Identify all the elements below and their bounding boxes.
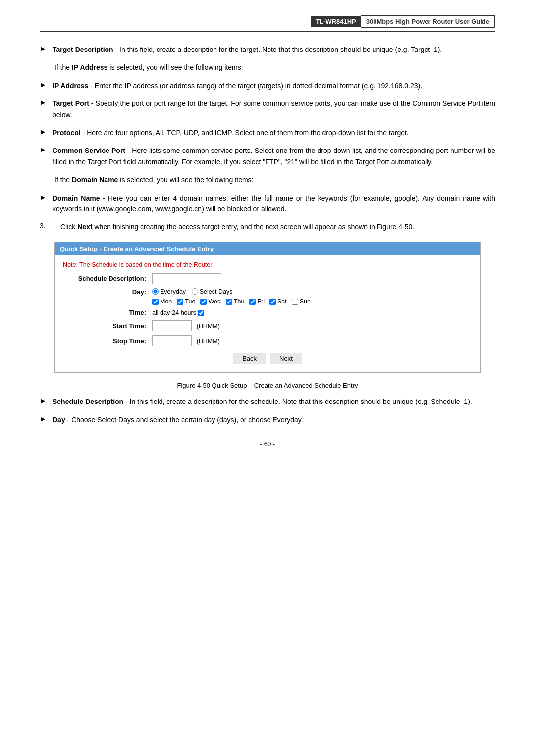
bullet-text: Protocol - Here are four options, All, T… [53,127,495,138]
bullet-text: Schedule Description - In this field, cr… [53,396,495,407]
bullet-label: Target Description [53,46,113,53]
time-label: Time: [63,309,152,316]
tue-checkbox[interactable] [177,299,183,305]
sat-check-label[interactable]: Sat [269,298,287,305]
stop-time-label: Stop Time: [63,337,152,345]
page-header: TL-WR841HP 300Mbps High Power Router Use… [40,15,495,32]
form-row-time: Time: all day-24 hours: [63,309,472,316]
tue-check-label[interactable]: Tue [177,298,195,305]
figure-buttons: Back Next [63,353,472,364]
day-value: Everyday Select Days Mon Tue Wed Thu Fri [152,288,472,305]
numbered-item-3: 3. Click Next when finishing creating th… [40,221,495,232]
figure-box: Quick Setup - Create an Advanced Schedul… [54,242,481,373]
thu-checkbox[interactable] [226,299,232,305]
figure-caption: Figure 4-50 Quick Setup – Create an Adva… [40,382,495,389]
figure-note: Note: The Schedule is based on the time … [63,261,472,268]
stop-time-input[interactable] [152,335,192,346]
stop-time-value: (HHMM) [152,335,472,346]
domain-name-note: If the Domain Name is selected, you will… [40,174,495,185]
select-days-radio[interactable] [192,288,198,295]
day-label: Day: [63,288,152,296]
guide-title: 300Mbps High Power Router User Guide [361,15,495,28]
bullet-protocol: ► Protocol - Here are four options, All,… [40,127,495,138]
back-button[interactable]: Back [233,353,266,364]
ip-address-note: If the IP Address is selected, you will … [40,62,495,73]
bullet-arrow-icon: ► [40,415,48,423]
everyday-radio-label[interactable]: Everyday [152,288,186,295]
model-label: TL-WR841HP [311,16,361,27]
bullet-arrow-icon: ► [40,45,48,52]
fri-checkbox[interactable] [249,299,256,305]
start-time-hint: (HHMM) [197,323,220,330]
mon-checkbox[interactable] [152,299,159,305]
mon-check-label[interactable]: Mon [152,298,172,305]
sun-checkbox[interactable] [292,299,298,305]
all-day-checkbox[interactable] [198,310,204,316]
bullet-ip-address: ► IP Address - Enter the IP address (or … [40,80,495,91]
stop-time-hint: (HHMM) [197,338,220,345]
bullet-text: Target Port - Specify the port or port r… [53,98,495,120]
bullet-common-service-port: ► Common Service Port - Here lists some … [40,145,495,167]
bullet-target-description: ► Target Description - In this field, cr… [40,44,495,55]
select-days-radio-label[interactable]: Select Days [192,288,233,295]
bullet-arrow-icon: ► [40,128,48,136]
bullet-domain-name: ► Domain Name - Here you can enter 4 dom… [40,193,495,215]
everyday-radio[interactable] [152,288,159,295]
page-number: - 60 - [40,440,495,448]
sun-check-label[interactable]: Sun [292,298,311,305]
time-value: all day-24 hours: [152,309,472,316]
bullet-text: Day - Choose Select Days and select the … [53,414,495,425]
bullet-text: Target Description - In this field, crea… [53,44,495,55]
wed-check-label[interactable]: Wed [200,298,220,305]
all-day-check-label[interactable]: all day-24 hours: [152,309,206,316]
thu-check-label[interactable]: Thu [226,298,245,305]
day-checkboxes-row: Mon Tue Wed Thu Fri Sat Sun [152,298,472,305]
bullet-text: Domain Name - Here you can enter 4 domai… [53,193,495,215]
bullet-arrow-icon: ► [40,99,48,106]
bullet-schedule-description: ► Schedule Description - In this field, … [40,396,495,407]
form-row-stop-time: Stop Time: (HHMM) [63,335,472,346]
bullet-day: ► Day - Choose Select Days and select th… [40,414,495,425]
numbered-label: 3. [40,222,57,230]
fri-check-label[interactable]: Fri [249,298,265,305]
schedule-description-input[interactable] [152,273,221,284]
figure-body: Note: The Schedule is based on the time … [55,255,480,373]
bullet-text: Common Service Port - Here lists some co… [53,145,495,167]
start-time-value: (HHMM) [152,320,472,331]
bullet-arrow-icon: ► [40,146,48,153]
next-button[interactable]: Next [270,353,302,364]
schedule-description-label: Schedule Description: [63,275,152,282]
figure-header: Quick Setup - Create an Advanced Schedul… [55,242,480,255]
schedule-description-value [152,273,472,284]
form-row-start-time: Start Time: (HHMM) [63,320,472,331]
bullet-arrow-icon: ► [40,81,48,89]
form-row-day: Day: Everyday Select Days Mon [63,288,472,305]
wed-checkbox[interactable] [200,299,207,305]
bullet-arrow-icon: ► [40,193,48,201]
bullet-text: IP Address - Enter the IP address (or ad… [53,80,495,91]
form-row-schedule-description: Schedule Description: [63,273,472,284]
bullet-target-port: ► Target Port - Specify the port or port… [40,98,495,120]
bullet-arrow-icon: ► [40,397,48,404]
start-time-label: Start Time: [63,322,152,330]
numbered-text: Click Next when finishing creating the a… [60,221,495,232]
sat-checkbox[interactable] [269,299,276,305]
start-time-input[interactable] [152,320,192,331]
